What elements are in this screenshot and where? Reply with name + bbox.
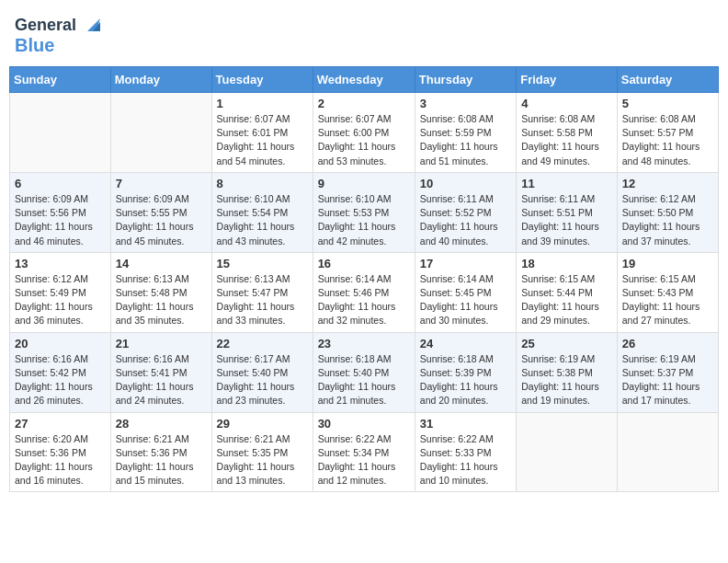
calendar-cell: 11Sunrise: 6:11 AMSunset: 5:51 PMDayligh…	[517, 172, 618, 252]
day-number: 28	[116, 417, 207, 431]
day-number: 1	[217, 97, 308, 110]
day-number: 24	[420, 337, 511, 350]
day-detail: Sunrise: 6:22 AMSunset: 5:34 PMDaylight:…	[318, 432, 410, 488]
day-detail: Sunrise: 6:13 AMSunset: 5:48 PMDaylight:…	[116, 272, 207, 328]
calendar-cell: 1Sunrise: 6:07 AMSunset: 6:01 PMDaylight…	[211, 93, 313, 173]
day-number: 19	[622, 257, 713, 270]
logo-text-general: General	[15, 17, 76, 35]
calendar-table: SundayMondayTuesdayWednesdayThursdayFrid…	[9, 66, 719, 492]
day-number: 3	[420, 97, 511, 110]
calendar-cell: 2Sunrise: 6:07 AMSunset: 6:00 PMDaylight…	[313, 93, 415, 173]
calendar-cell: 27Sunrise: 6:20 AMSunset: 5:36 PMDayligh…	[10, 412, 111, 492]
calendar-week-row: 1Sunrise: 6:07 AMSunset: 6:01 PMDaylight…	[10, 93, 719, 173]
calendar-cell: 22Sunrise: 6:17 AMSunset: 5:40 PMDayligh…	[211, 332, 313, 412]
day-number: 30	[318, 417, 410, 431]
calendar-cell: 15Sunrise: 6:13 AMSunset: 5:47 PMDayligh…	[211, 252, 313, 332]
day-number: 9	[318, 177, 410, 190]
day-number: 15	[217, 257, 308, 270]
day-detail: Sunrise: 6:07 AMSunset: 6:00 PMDaylight:…	[318, 112, 410, 168]
weekday-header-row: SundayMondayTuesdayWednesdayThursdayFrid…	[10, 67, 719, 93]
day-detail: Sunrise: 6:10 AMSunset: 5:53 PMDaylight:…	[318, 192, 410, 248]
day-detail: Sunrise: 6:11 AMSunset: 5:52 PMDaylight:…	[420, 192, 511, 248]
calendar-cell: 14Sunrise: 6:13 AMSunset: 5:48 PMDayligh…	[110, 252, 211, 332]
day-detail: Sunrise: 6:10 AMSunset: 5:54 PMDaylight:…	[217, 192, 308, 248]
weekday-header-monday: Monday	[110, 67, 211, 93]
day-number: 13	[15, 257, 106, 270]
day-detail: Sunrise: 6:14 AMSunset: 5:45 PMDaylight:…	[420, 272, 511, 328]
day-number: 16	[318, 257, 410, 270]
day-detail: Sunrise: 6:19 AMSunset: 5:38 PMDaylight:…	[521, 352, 612, 408]
day-detail: Sunrise: 6:08 AMSunset: 5:57 PMDaylight:…	[622, 112, 713, 168]
weekday-header-tuesday: Tuesday	[211, 67, 313, 93]
calendar-cell: 31Sunrise: 6:22 AMSunset: 5:33 PMDayligh…	[415, 412, 516, 492]
calendar-week-row: 6Sunrise: 6:09 AMSunset: 5:56 PMDaylight…	[10, 172, 719, 252]
day-number: 26	[622, 337, 713, 350]
calendar-cell: 10Sunrise: 6:11 AMSunset: 5:52 PMDayligh…	[415, 172, 516, 252]
day-number: 25	[521, 337, 612, 350]
day-detail: Sunrise: 6:18 AMSunset: 5:40 PMDaylight:…	[318, 352, 410, 408]
day-detail: Sunrise: 6:15 AMSunset: 5:44 PMDaylight:…	[521, 272, 612, 328]
calendar-cell: 6Sunrise: 6:09 AMSunset: 5:56 PMDaylight…	[10, 172, 111, 252]
day-number: 11	[521, 177, 612, 190]
calendar-cell: 17Sunrise: 6:14 AMSunset: 5:45 PMDayligh…	[415, 252, 516, 332]
calendar-week-row: 13Sunrise: 6:12 AMSunset: 5:49 PMDayligh…	[10, 252, 719, 332]
day-number: 20	[15, 337, 106, 350]
logo-bird-icon	[80, 15, 100, 35]
calendar-cell: 18Sunrise: 6:15 AMSunset: 5:44 PMDayligh…	[517, 252, 618, 332]
calendar-cell	[110, 93, 211, 173]
day-number: 17	[420, 257, 511, 270]
calendar-cell: 19Sunrise: 6:15 AMSunset: 5:43 PMDayligh…	[617, 252, 718, 332]
day-detail: Sunrise: 6:07 AMSunset: 6:01 PMDaylight:…	[217, 112, 308, 168]
weekday-header-sunday: Sunday	[10, 67, 111, 93]
day-number: 22	[217, 337, 308, 350]
calendar-cell	[517, 412, 618, 492]
day-detail: Sunrise: 6:22 AMSunset: 5:33 PMDaylight:…	[420, 432, 511, 488]
calendar-week-row: 27Sunrise: 6:20 AMSunset: 5:36 PMDayligh…	[10, 412, 719, 492]
calendar-cell: 25Sunrise: 6:19 AMSunset: 5:38 PMDayligh…	[517, 332, 618, 412]
calendar-cell: 5Sunrise: 6:08 AMSunset: 5:57 PMDaylight…	[617, 93, 718, 173]
weekday-header-wednesday: Wednesday	[313, 67, 415, 93]
weekday-header-saturday: Saturday	[617, 67, 718, 93]
day-detail: Sunrise: 6:21 AMSunset: 5:35 PMDaylight:…	[217, 432, 308, 488]
weekday-header-friday: Friday	[517, 67, 618, 93]
calendar-cell	[617, 412, 718, 492]
day-detail: Sunrise: 6:08 AMSunset: 5:58 PMDaylight:…	[521, 112, 612, 168]
page-header: General Blue	[9, 9, 719, 59]
day-detail: Sunrise: 6:11 AMSunset: 5:51 PMDaylight:…	[521, 192, 612, 248]
calendar-cell: 24Sunrise: 6:18 AMSunset: 5:39 PMDayligh…	[415, 332, 516, 412]
calendar-cell: 28Sunrise: 6:21 AMSunset: 5:36 PMDayligh…	[110, 412, 211, 492]
calendar-cell: 30Sunrise: 6:22 AMSunset: 5:34 PMDayligh…	[313, 412, 415, 492]
calendar-cell: 13Sunrise: 6:12 AMSunset: 5:49 PMDayligh…	[10, 252, 111, 332]
day-number: 29	[217, 417, 308, 431]
day-detail: Sunrise: 6:20 AMSunset: 5:36 PMDaylight:…	[15, 432, 106, 488]
day-number: 27	[15, 417, 106, 431]
day-number: 12	[622, 177, 713, 190]
calendar-cell: 7Sunrise: 6:09 AMSunset: 5:55 PMDaylight…	[110, 172, 211, 252]
day-number: 23	[318, 337, 410, 350]
calendar-week-row: 20Sunrise: 6:16 AMSunset: 5:42 PMDayligh…	[10, 332, 719, 412]
day-detail: Sunrise: 6:09 AMSunset: 5:55 PMDaylight:…	[116, 192, 207, 248]
weekday-header-thursday: Thursday	[415, 67, 516, 93]
day-detail: Sunrise: 6:14 AMSunset: 5:46 PMDaylight:…	[318, 272, 410, 328]
logo-text-blue: Blue	[15, 35, 54, 55]
day-detail: Sunrise: 6:18 AMSunset: 5:39 PMDaylight:…	[420, 352, 511, 408]
day-number: 14	[116, 257, 207, 270]
calendar-cell: 8Sunrise: 6:10 AMSunset: 5:54 PMDaylight…	[211, 172, 313, 252]
calendar-cell: 21Sunrise: 6:16 AMSunset: 5:41 PMDayligh…	[110, 332, 211, 412]
day-detail: Sunrise: 6:16 AMSunset: 5:41 PMDaylight:…	[116, 352, 207, 408]
calendar-cell: 4Sunrise: 6:08 AMSunset: 5:58 PMDaylight…	[517, 93, 618, 173]
day-detail: Sunrise: 6:19 AMSunset: 5:37 PMDaylight:…	[622, 352, 713, 408]
calendar-cell: 12Sunrise: 6:12 AMSunset: 5:50 PMDayligh…	[617, 172, 718, 252]
day-detail: Sunrise: 6:08 AMSunset: 5:59 PMDaylight:…	[420, 112, 511, 168]
calendar-cell: 9Sunrise: 6:10 AMSunset: 5:53 PMDaylight…	[313, 172, 415, 252]
day-number: 10	[420, 177, 511, 190]
day-number: 6	[15, 177, 106, 190]
day-detail: Sunrise: 6:17 AMSunset: 5:40 PMDaylight:…	[217, 352, 308, 408]
calendar-cell: 16Sunrise: 6:14 AMSunset: 5:46 PMDayligh…	[313, 252, 415, 332]
calendar-cell: 26Sunrise: 6:19 AMSunset: 5:37 PMDayligh…	[617, 332, 718, 412]
day-detail: Sunrise: 6:21 AMSunset: 5:36 PMDaylight:…	[116, 432, 207, 488]
day-number: 2	[318, 97, 410, 110]
day-number: 21	[116, 337, 207, 350]
calendar-cell: 20Sunrise: 6:16 AMSunset: 5:42 PMDayligh…	[10, 332, 111, 412]
day-detail: Sunrise: 6:16 AMSunset: 5:42 PMDaylight:…	[15, 352, 106, 408]
